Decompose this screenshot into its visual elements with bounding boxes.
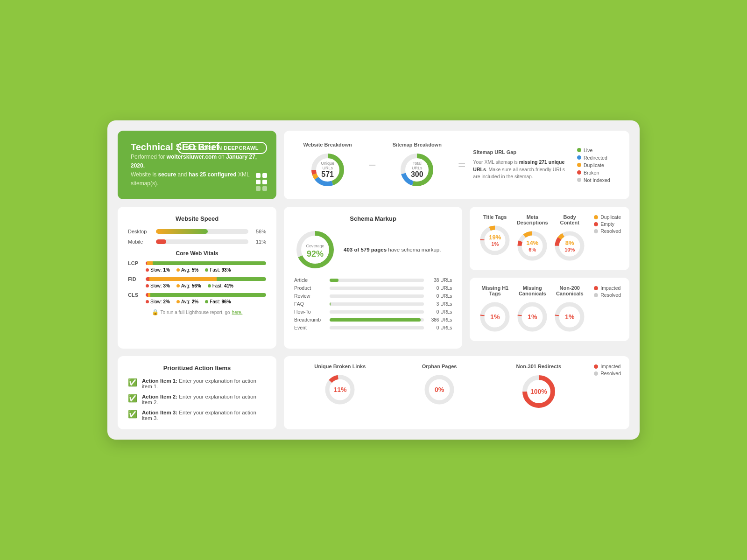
deepcrawl-button[interactable]: SEE MORE IN DEEPCRAWL [177, 142, 267, 154]
mobile-bar-wrap [156, 239, 248, 244]
legend-live: Live [577, 147, 619, 153]
cls-name: CLS [128, 292, 142, 298]
fid-row: FID Slow: 3% Avg: 56% Fast: 41% [128, 276, 266, 288]
speed-card: Website Speed Desktop 56% Mobile 11% Cor… [118, 207, 276, 349]
non301-donut: 100% [520, 373, 557, 410]
schema-top: Coverage 92% 403 of 579 pages have schem… [294, 229, 452, 271]
bottom-issues-legend: Impacted Resolved [594, 364, 621, 376]
sitemap-donut: Total URLs 300 [398, 151, 436, 189]
middle-row: Website Speed Desktop 56% Mobile 11% Cor… [118, 207, 629, 349]
non200-section: Non-200 Canonicals 1% [553, 285, 586, 334]
mobile-bar [156, 239, 166, 244]
check-icon-1: ✅ [128, 378, 137, 387]
action-item-2: ✅ Action Item 2: Enter your explanation … [128, 394, 266, 405]
bottom-row: Prioritized Action Items ✅ Action Item 1… [118, 356, 629, 429]
title-tags-section: Title Tags 19% 1% [478, 214, 512, 257]
orphan-pages-title: Orphan Pages [422, 364, 457, 369]
legend-redirected: Redirected [577, 155, 619, 161]
breakdown-card: Website Breakdown Unique URLs 571 − [284, 131, 629, 200]
lighthouse-link[interactable]: here. [232, 310, 243, 315]
body-content-center: 8% 10% [564, 239, 575, 253]
non200-title: Non-200 Canonicals [553, 285, 586, 296]
missing-canonicals-section: Missing Canonicals 1% [515, 285, 549, 334]
meta-row: Title Tags 19% 1% [478, 214, 621, 263]
body-content-section: Body Content 8% 10% [553, 214, 586, 263]
sitemap-gap-text: Your XML sitemap is missing 271 unique U… [473, 159, 567, 181]
missing-canonicals-donut: 1% [515, 300, 549, 334]
non200-center: 1% [565, 313, 574, 322]
desktop-bar [156, 229, 208, 234]
schema-title: Schema Markup [294, 215, 452, 222]
sitemap-donut-center: Total URLs 300 [408, 161, 426, 179]
title-tags-title: Title Tags [483, 214, 507, 220]
missing-h1-section: Missing H1 Tags 1% [478, 285, 512, 334]
meta-desc-title: Meta Descriptions [515, 214, 549, 225]
redirects-card: Unique Broken Links 11% Orphan Pages [284, 356, 629, 429]
right-panel: Title Tags 19% 1% [470, 207, 629, 349]
orphan-pages-center: 0% [435, 385, 444, 394]
lcp-name: LCP [128, 260, 142, 266]
orphan-pages-donut: 0% [423, 373, 456, 406]
mobile-label: Mobile [128, 239, 152, 245]
schema-bars: Article 38 URLs Product 0 URLs Review 0 … [294, 277, 452, 330]
sitemap-breakdown-label: Sitemap Breakdown [393, 142, 442, 147]
mobile-pct: 11% [252, 239, 266, 245]
missing-h1-donut: 1% [478, 300, 512, 334]
equals-sign: = [458, 158, 465, 173]
broken-links-center: 11% [333, 385, 346, 394]
website-breakdown-label: Website Breakdown [303, 142, 352, 147]
lighthouse-note: 🔒 To run a full Lighthouse report, go he… [128, 309, 266, 315]
meta-desc-donut: 14% 6% [515, 229, 549, 263]
action-card: Prioritized Action Items ✅ Action Item 1… [118, 356, 276, 429]
missing-canonicals-title: Missing Canonicals [515, 285, 549, 296]
legend-duplicate: Duplicate [577, 162, 619, 168]
minus-sign: − [368, 158, 376, 173]
body-content-title: Body Content [553, 214, 586, 225]
website-breakdown: Website Breakdown Unique URLs 571 [294, 142, 361, 189]
fid-bar [146, 277, 266, 281]
mobile-speed-row: Mobile 11% [128, 239, 266, 245]
schema-bar-row: Review 0 URLs [294, 293, 452, 299]
cls-row: CLS Slow: 2% Avg: 2% Fast: 96% [128, 292, 266, 304]
sitemap-gap-title: Sitemap URL Gap [473, 149, 516, 155]
dashboard: Technical SEO Brief SEE MORE IN DEEPCRAW… [107, 120, 640, 440]
issues-card: Missing H1 Tags 1% Missing Ca [470, 278, 629, 341]
desktop-bar-wrap [156, 229, 248, 234]
schema-bar-row: FAQ 3 URLs [294, 301, 452, 307]
fid-bar-wrap [146, 277, 266, 281]
lcp-bar-wrap [146, 261, 266, 265]
sitemap-breakdown: Sitemap Breakdown Total URLs 300 [384, 142, 451, 189]
schema-bar-row: Breadcrumb 386 URLs [294, 317, 452, 322]
meta-card: Title Tags 19% 1% [470, 207, 629, 270]
check-icon-2: ✅ [128, 394, 137, 403]
lcp-row: LCP Slow: 1% Avg: 5% Fast: 93% [128, 260, 266, 273]
missing-canonicals-center: 1% [528, 313, 537, 322]
desktop-pct: 56% [252, 229, 266, 234]
schema-donut: Coverage 92% [294, 229, 336, 271]
schema-bar-row: How-To 0 URLs [294, 309, 452, 315]
broken-links-section: Unique Broken Links 11% [292, 364, 388, 406]
cls-stats: Slow: 2% Avg: 2% Fast: 96% [128, 299, 266, 304]
legend-not-indexed: Not Indexed [577, 177, 619, 183]
title-tags-center: 19% 1% [489, 234, 501, 247]
schema-bar-row: Article 38 URLs [294, 277, 452, 283]
action-item-1: ✅ Action Item 1: Enter your explanation … [128, 378, 266, 389]
non301-title: Non-301 Redirects [516, 364, 562, 369]
check-icon-3: ✅ [128, 410, 137, 419]
desktop-label: Desktop [128, 229, 152, 234]
missing-h1-center: 1% [490, 313, 500, 322]
website-donut: Unique URLs 571 [309, 151, 346, 189]
redirects-row: Unique Broken Links 11% Orphan Pages [292, 364, 621, 410]
hero-card: Technical SEO Brief SEE MORE IN DEEPCRAW… [118, 131, 276, 200]
schema-donut-center: Coverage 92% [305, 241, 326, 259]
schema-bar-row: Product 0 URLs [294, 285, 452, 291]
lcp-bar [146, 261, 266, 265]
broken-links-title: Unique Broken Links [314, 364, 366, 369]
website-donut-center: Unique URLs 571 [318, 161, 337, 179]
sitemap-gap: Sitemap URL Gap Your XML sitemap is miss… [473, 149, 567, 181]
speed-title: Website Speed [128, 215, 266, 222]
breakdown-legend: Live Redirected Duplicate Broken Not Ind… [577, 147, 619, 183]
action-item-3: ✅ Action Item 3: Enter your explanation … [128, 410, 266, 421]
cls-bar-wrap [146, 293, 266, 297]
meta-desc-center: 14% 6% [526, 239, 538, 253]
